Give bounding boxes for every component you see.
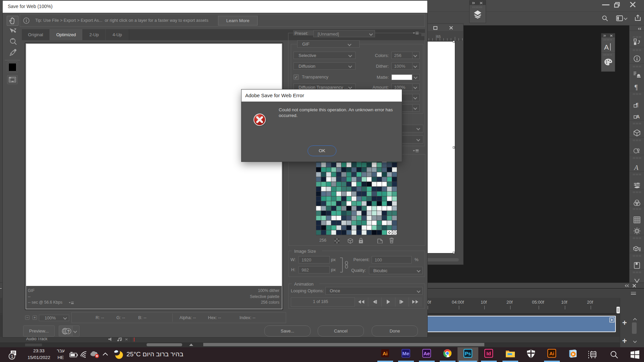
svg-text:Me: Me [402, 351, 410, 356]
svg-text:Ae: Ae [423, 351, 430, 356]
svg-text:?: ? [67, 329, 69, 334]
svg-text:¶: ¶ [636, 102, 639, 108]
svg-text:A: A [636, 114, 640, 119]
svg-text:¶: ¶ [635, 83, 638, 91]
svg-text:1: 1 [11, 354, 13, 359]
svg-text:A: A [604, 43, 609, 51]
svg-text:Ai: Ai [383, 351, 388, 356]
svg-text:A: A [634, 164, 639, 171]
svg-text:Ps: Ps [465, 351, 471, 356]
svg-text:Ai: Ai [549, 351, 554, 356]
svg-text:Id: Id [486, 351, 491, 356]
